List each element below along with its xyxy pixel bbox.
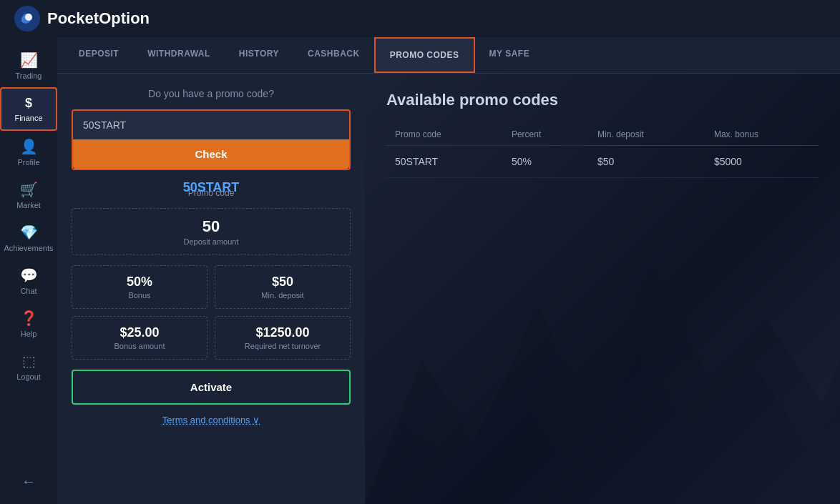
promo-code-input[interactable]: [73, 111, 349, 139]
table-row: 50START 50% $50 $5000: [386, 146, 819, 178]
sidebar-item-finance[interactable]: $ Finance: [0, 87, 57, 131]
achievements-icon: 💎: [20, 224, 38, 241]
bonus-amount-cell: $25.00 Bonus amount: [72, 316, 207, 360]
sidebar-item-logout[interactable]: ⬚ Logout: [0, 345, 57, 388]
header: PocketOption: [0, 0, 840, 37]
row-percent: 50%: [503, 146, 589, 178]
bonus-percent-cell: 50% Bonus: [72, 265, 207, 309]
left-panel: Do you have a promo code? Check 50START …: [57, 74, 365, 504]
content-area: DEPOSIT WITHDRAWAL HISTORY CASHBACK PROM…: [57, 37, 840, 504]
col-promo-code: Promo code: [386, 124, 503, 146]
sidebar-item-achievements[interactable]: 💎 Achievements: [0, 217, 57, 260]
tab-my-safe[interactable]: MY SAFE: [475, 37, 544, 73]
trading-icon: 📈: [20, 51, 38, 69]
tab-promo-codes[interactable]: PROMO CODES: [374, 37, 475, 73]
finance-icon: $: [25, 96, 32, 111]
logo-text: PocketOption: [47, 9, 150, 28]
page-content: Do you have a promo code? Check 50START …: [57, 74, 840, 504]
col-min-deposit: Min. deposit: [589, 124, 705, 146]
tab-deposit[interactable]: DEPOSIT: [64, 37, 133, 73]
min-deposit-value: $50: [224, 275, 341, 290]
promo-question: Do you have a promo code?: [72, 88, 351, 99]
promo-codes-table: Promo code Percent Min. deposit Max. bon…: [386, 124, 819, 178]
right-panel: Available promo codes Promo code Percent…: [365, 74, 840, 504]
mountain-background: [365, 218, 840, 504]
row-max-bonus: $5000: [705, 146, 819, 178]
deposit-amount-value: 50: [81, 217, 341, 236]
info-grid: 50% Bonus $50 Min. deposit $25.00 Bonus …: [72, 265, 351, 360]
bonus-percent-label: Bonus: [81, 291, 198, 300]
bonus-amount-label: Bonus amount: [81, 342, 198, 350]
bonus-percent-value: 50%: [81, 275, 198, 290]
right-panel-content: Available promo codes Promo code Percent…: [386, 91, 819, 178]
tabs-bar: DEPOSIT WITHDRAWAL HISTORY CASHBACK PROM…: [57, 37, 840, 74]
logo: PocketOption: [14, 6, 150, 31]
logo-icon: [14, 6, 40, 31]
deposit-amount-label: Deposit amount: [81, 237, 341, 246]
sidebar-arrow[interactable]: ←: [21, 466, 36, 497]
tab-history[interactable]: HISTORY: [225, 37, 293, 73]
terms-and-conditions-link[interactable]: Terms and conditions ∨: [72, 415, 351, 425]
logout-icon: ⬚: [22, 352, 36, 370]
required-net-turnover-value: $1250.00: [224, 325, 341, 340]
help-icon: ❓: [20, 310, 38, 327]
sidebar-item-help[interactable]: ❓ Help: [0, 302, 57, 345]
min-deposit-label: Min. deposit: [224, 291, 341, 300]
check-button[interactable]: Check: [73, 139, 349, 169]
main-layout: 📈 Trading $ Finance 👤 Profile 🛒 Market 💎…: [0, 37, 840, 504]
tab-withdrawal[interactable]: WITHDRAWAL: [133, 37, 225, 73]
col-percent: Percent: [503, 124, 589, 146]
sidebar-item-market[interactable]: 🛒 Market: [0, 174, 57, 217]
bonus-amount-value: $25.00: [81, 325, 198, 340]
available-promo-codes-title: Available promo codes: [386, 91, 819, 109]
required-net-turnover-cell: $1250.00 Required net turnover: [215, 316, 351, 360]
market-icon: 🛒: [20, 181, 38, 198]
row-min-deposit: $50: [589, 146, 705, 178]
svg-point-1: [25, 14, 32, 21]
deposit-amount-box: 50 Deposit amount: [72, 208, 351, 255]
promo-input-container: Check: [72, 109, 351, 170]
min-deposit-cell: $50 Min. deposit: [215, 265, 351, 309]
sidebar-item-trading[interactable]: 📈 Trading: [0, 44, 57, 87]
required-net-turnover-label: Required net turnover: [224, 342, 341, 350]
sidebar-item-chat[interactable]: 💬 Chat: [0, 260, 57, 302]
sidebar-item-profile[interactable]: 👤 Profile: [0, 131, 57, 174]
chat-icon: 💬: [20, 267, 38, 284]
sidebar: 📈 Trading $ Finance 👤 Profile 🛒 Market 💎…: [0, 37, 57, 504]
tab-cashback[interactable]: CASHBACK: [293, 37, 374, 73]
activate-button[interactable]: Activate: [72, 370, 351, 405]
profile-icon: 👤: [20, 138, 38, 155]
col-max-bonus: Max. bonus: [705, 124, 819, 146]
promo-code-sublabel: Promo code: [72, 188, 351, 198]
row-promo-code: 50START: [386, 146, 503, 178]
